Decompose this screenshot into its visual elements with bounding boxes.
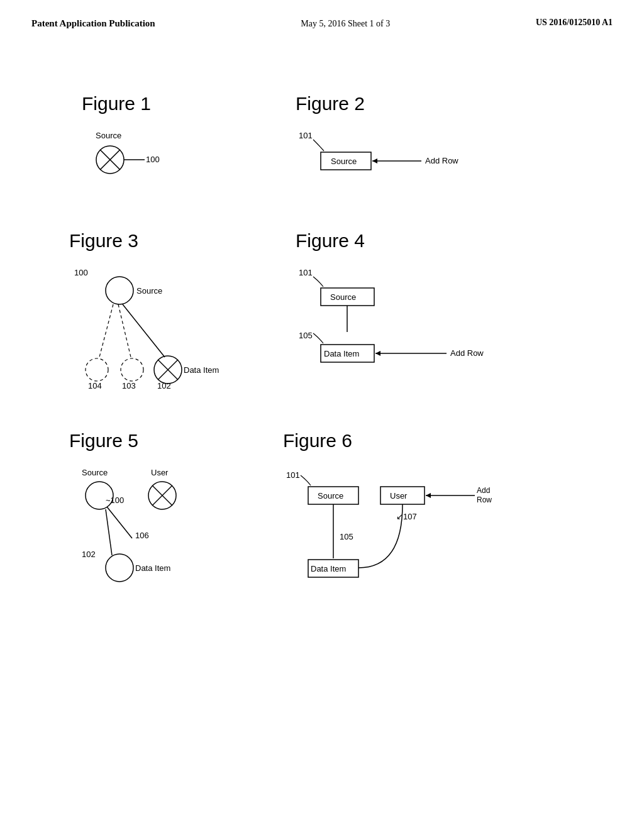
page-header: Patent Application Publication May 5, 20… — [0, 0, 644, 30]
svg-line-27 — [106, 509, 112, 555]
fig6-user-label: User — [390, 491, 408, 501]
svg-point-7 — [106, 277, 133, 304]
fig2-source-label: Source — [331, 157, 357, 166]
figure-6-block: Figure 6 101 Source User Add Row ↙107 — [283, 430, 547, 592]
fig3-data-item-label: Data Item — [184, 365, 219, 375]
fig6-node-101: 101 — [286, 470, 300, 480]
fig4-node-id-105: 105 — [299, 331, 313, 340]
svg-point-11 — [86, 358, 108, 381]
fig4-node-id-101: 101 — [299, 268, 313, 277]
figure-5-title: Figure 5 — [69, 430, 245, 451]
svg-point-26 — [106, 554, 133, 582]
figures-row-3: Figure 5 Source ~100 User 106 — [31, 430, 613, 592]
figure-1-block: Figure 1 Source 100 — [82, 93, 258, 192]
svg-line-8 — [99, 304, 113, 357]
fig4-add-row-label: Add Row — [450, 348, 484, 358]
figure-3-diagram: 100 Source — [69, 264, 239, 390]
fig2-node-id: 101 — [299, 131, 313, 140]
fig6-source-label: Source — [318, 491, 343, 501]
fig5-source-label: Source — [82, 468, 108, 477]
fig3-node-id-top: 100 — [74, 268, 88, 277]
figure-2-block: Figure 2 101 Source Add Row — [296, 93, 535, 186]
figures-row-2: Figure 3 100 Source — [31, 230, 613, 392]
fig4-source-label: Source — [330, 292, 356, 302]
fig1-source-label: Source — [96, 131, 121, 140]
figure-5-diagram: Source ~100 User 106 102 — [69, 464, 245, 590]
svg-line-25 — [107, 507, 132, 538]
figure-1-diagram: Source 100 — [82, 127, 182, 190]
fig5-node-106: 106 — [135, 531, 149, 540]
fig5-data-item-label: Data Item — [135, 563, 170, 573]
publication-number: US 2016/0125010 A1 — [536, 18, 613, 28]
fig3-label-104: 104 — [88, 381, 102, 390]
fig3-label-102: 102 — [157, 381, 171, 390]
fig5-user-label: User — [151, 468, 169, 477]
fig3-label-103: 103 — [122, 381, 136, 390]
svg-marker-6 — [372, 158, 377, 163]
figure-6-diagram: 101 Source User Add Row ↙107 — [283, 464, 522, 590]
fig6-data-item-label: Data Item — [311, 564, 346, 573]
figure-5-block: Figure 5 Source ~100 User 106 — [69, 430, 245, 592]
figure-4-diagram: 101 Source 105 Data Item Add Row — [296, 264, 497, 390]
figure-2-title: Figure 2 — [296, 93, 535, 114]
fig4-data-item-label: Data Item — [324, 349, 359, 358]
publication-date-sheet: May 5, 2016 Sheet 1 of 3 — [301, 18, 390, 29]
svg-marker-31 — [426, 493, 431, 498]
figure-1-title: Figure 1 — [82, 93, 258, 114]
fig5-node-100: ~100 — [106, 495, 124, 505]
fig1-node-id: 100 — [146, 155, 160, 164]
fig6-node-105: 105 — [340, 532, 353, 541]
fig2-add-row-label: Add Row — [425, 156, 458, 165]
publication-title: Patent Application Publication — [31, 18, 155, 30]
figure-6-title: Figure 6 — [283, 430, 547, 451]
svg-marker-20 — [375, 351, 380, 356]
figures-row-1: Figure 1 Source 100 Figure 2 101 — [31, 93, 613, 192]
figure-3-title: Figure 3 — [69, 230, 245, 252]
figure-3-block: Figure 3 100 Source — [69, 230, 245, 392]
fig6-node-107: ↙107 — [396, 512, 417, 521]
fig6-add-label-1: Add — [477, 486, 490, 495]
fig6-add-label-2: Row — [477, 495, 492, 504]
page-content: Figure 1 Source 100 Figure 2 101 — [0, 30, 644, 655]
figure-4-block: Figure 4 101 Source 105 Data Item — [296, 230, 535, 392]
fig5-node-102: 102 — [82, 550, 96, 559]
svg-point-12 — [121, 358, 143, 381]
fig3-source-label: Source — [136, 286, 162, 296]
figure-4-title: Figure 4 — [296, 230, 535, 252]
figure-2-diagram: 101 Source Add Row — [296, 127, 472, 184]
